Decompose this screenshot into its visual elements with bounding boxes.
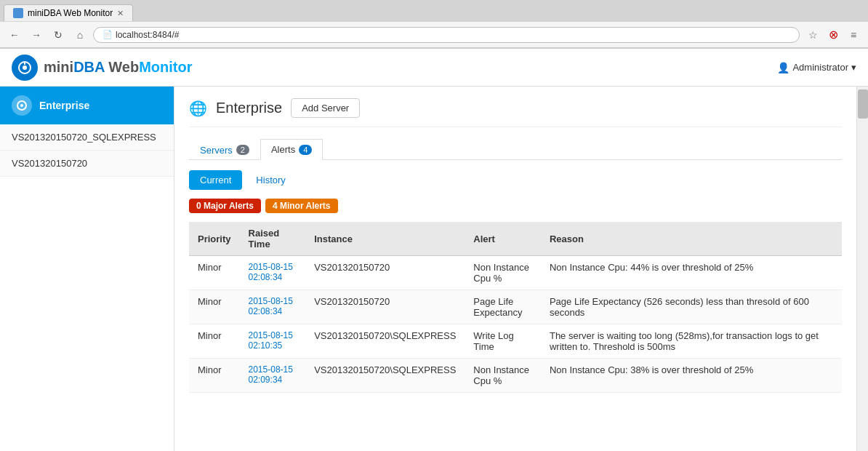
logo-web: Web bbox=[108, 59, 139, 75]
col-instance: Instance bbox=[305, 222, 465, 256]
browser-tab[interactable]: miniDBA Web Monitor ✕ bbox=[4, 4, 133, 21]
cell-raised-time: 2015-08-1502:08:34 bbox=[240, 256, 306, 290]
cell-raised-time: 2015-08-1502:10:35 bbox=[240, 324, 306, 359]
app-logo: miniDBA WebMonitor bbox=[12, 55, 192, 81]
sub-tab-history[interactable]: History bbox=[245, 170, 296, 190]
logo-svg bbox=[17, 60, 32, 75]
sub-tabs: Current History bbox=[189, 170, 842, 190]
col-alert: Alert bbox=[465, 222, 541, 256]
cell-priority: Minor bbox=[189, 256, 240, 290]
major-alerts-badge: 0 Major Alerts bbox=[189, 199, 261, 213]
sidebar-enterprise-label: Enterprise bbox=[39, 100, 89, 111]
menu-button[interactable]: ≡ bbox=[845, 26, 862, 44]
user-menu[interactable]: 👤 Administrator ▾ bbox=[777, 62, 856, 73]
tab-servers[interactable]: Servers 2 bbox=[189, 139, 260, 160]
alerts-table: Priority Raised Time Instance Alert Reas… bbox=[189, 222, 842, 393]
cell-instance: VS201320150720\SQLEXPRESS bbox=[305, 324, 465, 359]
table-row: Minor2015-08-1502:09:34VS201320150720\SQ… bbox=[189, 359, 842, 393]
tab-servers-label: Servers bbox=[200, 145, 233, 156]
tab-title: miniDBA Web Monitor bbox=[28, 8, 113, 18]
page-icon: 🌐 bbox=[189, 100, 207, 117]
sub-tab-history-label: History bbox=[256, 175, 285, 185]
server2-name: VS201320150720 bbox=[12, 158, 87, 169]
cell-raised-time: 2015-08-1502:08:34 bbox=[240, 290, 306, 324]
logo-dba: DBA bbox=[73, 59, 105, 75]
table-header-row: Priority Raised Time Instance Alert Reas… bbox=[189, 222, 842, 256]
stop-button[interactable]: ⊗ bbox=[824, 26, 842, 44]
cell-alert: Write Log Time bbox=[465, 324, 541, 359]
forward-button[interactable]: → bbox=[28, 26, 45, 44]
svg-point-4 bbox=[20, 104, 23, 107]
cell-alert: Page LifeExpectancy bbox=[465, 290, 541, 324]
app-container: miniDBA WebMonitor 👤 Administrator ▾ Ent… bbox=[0, 49, 868, 451]
logo-mini: mini bbox=[44, 59, 73, 75]
cell-alert: Non InstanceCpu % bbox=[465, 256, 541, 290]
sub-tab-current-label: Current bbox=[200, 175, 231, 185]
user-label: Administrator bbox=[792, 62, 848, 73]
tab-alerts-label: Alerts bbox=[271, 144, 295, 155]
scrollbar-thumb[interactable] bbox=[858, 89, 868, 119]
tab-bar: miniDBA Web Monitor ✕ bbox=[0, 0, 868, 22]
tab-alerts-badge: 4 bbox=[299, 145, 312, 155]
tab-alerts[interactable]: Alerts 4 bbox=[260, 139, 323, 160]
table-row: Minor2015-08-1502:08:34VS201320150720Pag… bbox=[189, 290, 842, 324]
cell-priority: Minor bbox=[189, 290, 240, 324]
main-tabs: Servers 2 Alerts 4 bbox=[189, 139, 842, 160]
sidebar: Enterprise VS201320150720_SQLEXPRESS VS2… bbox=[0, 87, 174, 451]
cell-priority: Minor bbox=[189, 359, 240, 393]
table-row: Minor2015-08-1502:08:34VS201320150720Non… bbox=[189, 256, 842, 290]
cell-alert: Non InstanceCpu % bbox=[465, 359, 541, 393]
cell-reason: Non Instance Cpu: 44% is over threshold … bbox=[541, 256, 842, 290]
page-header: 🌐 Enterprise Add Server bbox=[189, 98, 842, 127]
col-reason: Reason bbox=[541, 222, 842, 256]
back-button[interactable]: ← bbox=[6, 26, 23, 44]
alert-badges: 0 Major Alerts 4 Minor Alerts bbox=[189, 199, 842, 213]
add-server-button[interactable]: Add Server bbox=[291, 98, 360, 118]
address-bar: ← → ↻ ⌂ 📄 localhost:8484/# ☆ ⊗ ≡ bbox=[0, 22, 868, 48]
refresh-button[interactable]: ↻ bbox=[49, 26, 67, 44]
user-icon: 👤 bbox=[777, 62, 789, 73]
logo-icon bbox=[12, 55, 38, 81]
sub-tab-current[interactable]: Current bbox=[189, 170, 242, 190]
enterprise-icon bbox=[12, 95, 32, 116]
cell-instance: VS201320150720\SQLEXPRESS bbox=[305, 359, 465, 393]
cell-raised-time: 2015-08-1502:09:34 bbox=[240, 359, 306, 393]
url-lock-icon: 📄 bbox=[103, 30, 113, 39]
svg-point-1 bbox=[23, 65, 27, 70]
url-box[interactable]: 📄 localhost:8484/# bbox=[93, 27, 800, 43]
table-row: Minor2015-08-1502:10:35VS201320150720\SQ… bbox=[189, 324, 842, 359]
sidebar-item-server1[interactable]: VS201320150720_SQLEXPRESS bbox=[0, 124, 174, 151]
col-priority: Priority bbox=[189, 222, 240, 256]
scrollbar[interactable] bbox=[856, 87, 868, 451]
sidebar-item-enterprise[interactable]: Enterprise bbox=[0, 87, 174, 124]
tab-favicon bbox=[13, 8, 23, 18]
cell-instance: VS201320150720 bbox=[305, 256, 465, 290]
home-button[interactable]: ⌂ bbox=[71, 26, 89, 44]
app-header: miniDBA WebMonitor 👤 Administrator ▾ bbox=[0, 49, 868, 87]
col-raised-time: Raised Time bbox=[240, 222, 306, 256]
cell-reason: Non Instance Cpu: 38% is over threshold … bbox=[541, 359, 842, 393]
user-dropdown-icon: ▾ bbox=[851, 62, 856, 73]
cell-priority: Minor bbox=[189, 324, 240, 359]
browser-actions: ☆ ⊗ ≡ bbox=[804, 26, 862, 44]
server1-name: VS201320150720_SQLEXPRESS bbox=[12, 132, 156, 143]
tab-close-icon[interactable]: ✕ bbox=[117, 9, 124, 18]
minor-alerts-badge: 4 Minor Alerts bbox=[265, 199, 338, 213]
cell-instance: VS201320150720 bbox=[305, 290, 465, 324]
content-area: 🌐 Enterprise Add Server Servers 2 Alerts… bbox=[174, 87, 856, 451]
logo-monitor: Monitor bbox=[139, 59, 192, 75]
url-text: localhost:8484/# bbox=[116, 30, 179, 40]
star-button[interactable]: ☆ bbox=[804, 26, 821, 44]
sidebar-item-server2[interactable]: VS201320150720 bbox=[0, 151, 174, 177]
browser-chrome: miniDBA Web Monitor ✕ ← → ↻ ⌂ 📄 localhos… bbox=[0, 0, 868, 49]
tab-servers-badge: 2 bbox=[236, 145, 249, 155]
main-layout: Enterprise VS201320150720_SQLEXPRESS VS2… bbox=[0, 87, 868, 451]
cell-reason: The server is waiting too long (528ms),f… bbox=[541, 324, 842, 359]
page-title: Enterprise bbox=[216, 100, 282, 116]
cell-reason: Page Life Expectancy (526 seconds) less … bbox=[541, 290, 842, 324]
